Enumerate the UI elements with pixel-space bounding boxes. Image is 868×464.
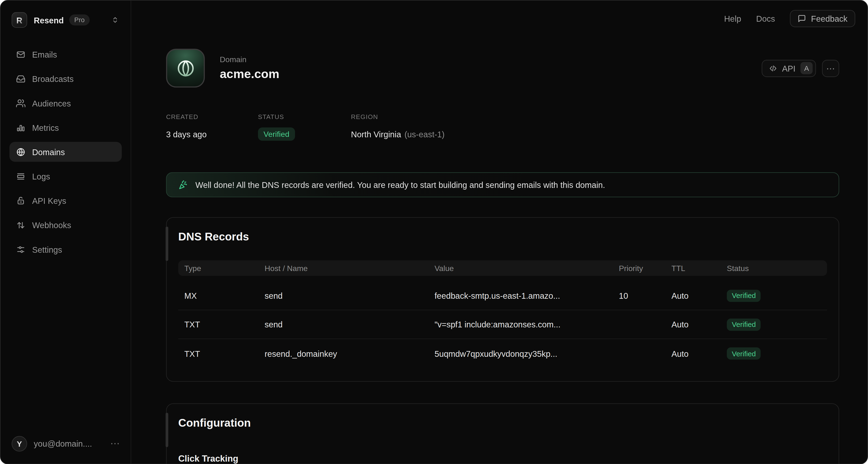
sidebar-item-audiences[interactable]: Audiences <box>9 93 122 113</box>
api-button-label: API <box>782 63 796 73</box>
sidebar-item-label: Emails <box>32 50 57 59</box>
dns-records-title: DNS Records <box>178 231 827 243</box>
verification-success-banner: Well done! All the DNS records are verif… <box>166 172 839 197</box>
main-content: Help Docs Feedback Domain acme.com <box>131 0 868 463</box>
column-header-status: Status <box>727 264 821 273</box>
resend-logo-letter: R <box>17 15 22 25</box>
table-row: MX send feedback-smtp.us-east-1.amazo...… <box>178 281 827 310</box>
column-header-ttl: TTL <box>672 264 727 273</box>
feedback-button[interactable]: Feedback <box>790 10 855 27</box>
cell-value: "v=spf1 include:amazonses.com... <box>434 320 619 329</box>
cell-type: TXT <box>184 349 265 358</box>
user-menu[interactable]: Y you@domain.... ⋯ <box>0 427 130 464</box>
region-label: REGION <box>351 113 444 120</box>
sidebar-item-api-keys[interactable]: API Keys <box>9 191 122 210</box>
app-window: R Resend Pro Emails Broadcasts <box>0 0 868 464</box>
sidebar-nav: Emails Broadcasts Audiences Metrics Doma… <box>0 44 130 427</box>
party-popper-icon <box>178 179 189 190</box>
api-shortcut-key: A <box>800 62 813 75</box>
dns-table-header: Type Host / Name Value Priority TTL Stat… <box>178 260 827 276</box>
domain-text: Domain acme.com <box>220 55 279 81</box>
sliders-icon <box>16 244 26 254</box>
meta-created: CREATED 3 days ago <box>166 113 258 141</box>
cell-host: send <box>265 291 434 300</box>
cell-ttl: Auto <box>672 349 727 358</box>
domain-header: Domain acme.com API A ⋯ <box>166 49 839 87</box>
cell-host: send <box>265 320 434 329</box>
page-title: acme.com <box>220 67 279 81</box>
sidebar-item-label: Audiences <box>32 98 71 108</box>
chevrons-up-down-icon[interactable] <box>111 16 120 24</box>
configuration-card: Configuration Click Tracking <box>166 403 839 464</box>
sidebar-item-label: Domains <box>32 147 65 156</box>
cell-ttl: Auto <box>672 320 727 329</box>
cell-priority: 10 <box>619 291 671 300</box>
sidebar-item-label: API Keys <box>32 196 66 205</box>
sidebar-item-label: Metrics <box>32 123 59 132</box>
feedback-label: Feedback <box>811 14 847 23</box>
click-tracking-label: Click Tracking <box>178 454 827 464</box>
docs-link[interactable]: Docs <box>756 14 775 23</box>
sidebar-item-logs[interactable]: Logs <box>9 166 122 186</box>
workspace-switcher[interactable]: R Resend Pro <box>0 0 130 39</box>
dns-records-card: DNS Records Type Host / Name Value Prior… <box>166 217 839 382</box>
sidebar-item-label: Logs <box>32 172 50 181</box>
resend-logo: R <box>11 12 27 28</box>
domain-page: Domain acme.com API A ⋯ <box>131 0 868 464</box>
speech-bubble-icon <box>798 14 806 23</box>
sidebar-item-label: Settings <box>32 244 62 254</box>
stage: R Resend Pro Emails Broadcasts <box>0 0 868 464</box>
users-icon <box>16 98 26 108</box>
sidebar-item-domains[interactable]: Domains <box>9 142 122 162</box>
status-badge: Verified <box>727 318 761 330</box>
sidebar-item-emails[interactable]: Emails <box>9 44 122 64</box>
avatar: Y <box>11 436 27 451</box>
cell-type: TXT <box>184 320 265 329</box>
dns-table-body: MX send feedback-smtp.us-east-1.amazo...… <box>178 281 827 368</box>
user-ellipsis-icon[interactable]: ⋯ <box>110 438 120 449</box>
cell-type: MX <box>184 291 265 300</box>
help-link[interactable]: Help <box>724 14 741 23</box>
domain-options-ellipsis-icon[interactable]: ⋯ <box>822 59 839 77</box>
cell-host: resend._domainkey <box>265 349 434 358</box>
cell-value: 5uqmdw7qpxudkyvdonqzy35kp... <box>434 349 619 358</box>
status-badge: Verified <box>727 290 761 302</box>
bar-chart-icon <box>16 123 26 132</box>
lock-icon <box>16 196 26 205</box>
rows-icon <box>16 172 26 181</box>
meta-region: REGION North Virginia (us-east-1) <box>351 113 444 141</box>
status-badge: Verified <box>727 347 761 360</box>
mail-icon <box>16 50 26 59</box>
sidebar-item-broadcasts[interactable]: Broadcasts <box>9 69 122 89</box>
column-header-host: Host / Name <box>265 264 434 273</box>
table-row: TXT resend._domainkey 5uqmdw7qpxudkyvdon… <box>178 339 827 368</box>
region-code: (us-east-1) <box>404 129 444 139</box>
table-row: TXT send "v=spf1 include:amazonses.com..… <box>178 310 827 339</box>
sidebar-item-webhooks[interactable]: Webhooks <box>9 215 122 235</box>
sidebar-item-settings[interactable]: Settings <box>9 239 122 259</box>
globe-icon <box>16 147 26 156</box>
arrows-up-down-icon <box>16 220 26 230</box>
inbox-icon <box>16 74 26 83</box>
banner-text: Well done! All the DNS records are verif… <box>195 180 605 190</box>
sidebar-item-label: Broadcasts <box>32 74 74 83</box>
cell-value: feedback-smtp.us-east-1.amazo... <box>434 291 619 300</box>
sidebar-item-metrics[interactable]: Metrics <box>9 118 122 138</box>
page-eyebrow: Domain <box>220 55 279 64</box>
sidebar-item-label: Webhooks <box>32 220 71 230</box>
domain-meta: CREATED 3 days ago STATUS Verified REGIO… <box>166 113 839 141</box>
cell-ttl: Auto <box>672 291 727 300</box>
header-controls: API A ⋯ <box>762 59 839 77</box>
sidebar: R Resend Pro Emails Broadcasts <box>0 0 131 463</box>
column-header-type: Type <box>184 264 265 273</box>
code-icon <box>769 64 777 72</box>
created-value: 3 days ago <box>166 127 258 141</box>
status-label: STATUS <box>258 113 351 120</box>
configuration-title: Configuration <box>178 416 827 429</box>
workspace-name: Resend <box>34 15 64 25</box>
status-badge: Verified <box>258 127 295 141</box>
globe-icon <box>176 59 195 78</box>
region-value: North Virginia <box>351 129 401 139</box>
api-button[interactable]: API A <box>762 59 816 77</box>
domain-avatar <box>166 49 205 87</box>
